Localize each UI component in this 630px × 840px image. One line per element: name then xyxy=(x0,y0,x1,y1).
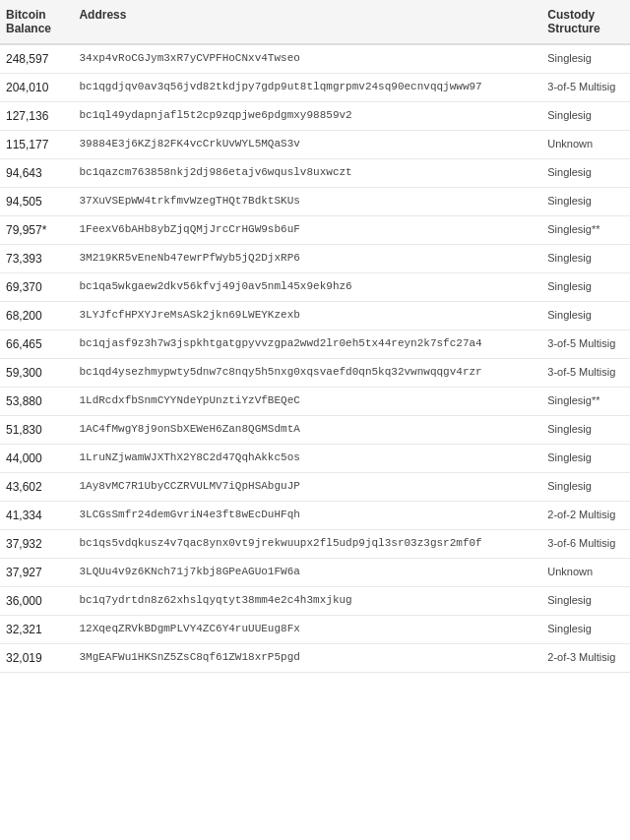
header-balance: Bitcoin Balance xyxy=(0,0,73,44)
cell-balance: 36,000 xyxy=(0,587,73,616)
cell-custody: Unknown xyxy=(541,131,630,159)
cell-balance: 248,597 xyxy=(0,44,73,74)
cell-balance: 79,957* xyxy=(0,216,73,245)
cell-address: 3M219KR5vEneNb47ewrPfWyb5jQ2DjxRP6 xyxy=(73,245,541,273)
bitcoin-balances-table: Bitcoin Balance Address Custody Structur… xyxy=(0,0,630,673)
cell-address: bc1q7ydrtdn8z62xhslqyqtyt38mm4e2c4h3mxjk… xyxy=(73,587,541,616)
cell-balance: 51,830 xyxy=(0,416,73,445)
table-row: 79,957* 1FeexV6bAHb8ybZjqQMjJrcCrHGW9sb6… xyxy=(0,216,630,245)
cell-custody: 3-of-5 Multisig xyxy=(541,330,630,359)
cell-address: bc1qgdjqv0av3q56jvd82tkdjpy7gdp9ut8tlqmg… xyxy=(73,74,541,102)
table-row: 115,177 39884E3j6KZj82FK4vcCrkUvWYL5MQaS… xyxy=(0,131,630,159)
cell-address: bc1qd4ysezhmypwty5dnw7c8nqy5h5nxg0xqsvae… xyxy=(73,359,541,388)
cell-address: 1FeexV6bAHb8ybZjqQMjJrcCrHGW9sb6uF xyxy=(73,216,541,245)
table-row: 32,321 12XqeqZRVkBDgmPLVY4ZC6Y4ruUUEug8F… xyxy=(0,616,630,644)
table-row: 94,643 bc1qazcm763858nkj2dj986etajv6wqus… xyxy=(0,159,630,188)
cell-balance: 94,505 xyxy=(0,188,73,216)
cell-balance: 37,927 xyxy=(0,559,73,587)
cell-custody: Unknown xyxy=(541,559,630,587)
table-row: 37,927 3LQUu4v9z6KNch71j7kbj8GPeAGUo1FW6… xyxy=(0,559,630,587)
cell-balance: 44,000 xyxy=(0,445,73,473)
cell-balance: 94,643 xyxy=(0,159,73,188)
cell-address: bc1qazcm763858nkj2dj986etajv6wquslv8uxwc… xyxy=(73,159,541,188)
cell-balance: 68,200 xyxy=(0,302,73,330)
cell-balance: 204,010 xyxy=(0,74,73,102)
cell-custody: Singlesig xyxy=(541,473,630,502)
table-row: 43,602 1Ay8vMC7R1UbyCCZRVULMV7iQpHSAbguJ… xyxy=(0,473,630,502)
table-row: 66,465 bc1qjasf9z3h7w3jspkhtgatgpyvvzgpa… xyxy=(0,330,630,359)
cell-address: 1LruNZjwamWJXThX2Y8C2d47QqhAkkc5os xyxy=(73,445,541,473)
cell-custody: Singlesig xyxy=(541,102,630,131)
cell-custody: Singlesig xyxy=(541,416,630,445)
header-custody: Custody Structure xyxy=(541,0,630,44)
cell-custody: Singlesig xyxy=(541,445,630,473)
table-row: 59,300 bc1qd4ysezhmypwty5dnw7c8nqy5h5nxg… xyxy=(0,359,630,388)
cell-address: 12XqeqZRVkBDgmPLVY4ZC6Y4ruUUEug8Fx xyxy=(73,616,541,644)
cell-address: 3LCGsSmfr24demGvriN4e3ft8wEcDuHFqh xyxy=(73,502,541,530)
table-row: 53,880 1LdRcdxfbSnmCYYNdeYpUnztiYzVfBEQe… xyxy=(0,388,630,416)
cell-custody: Singlesig** xyxy=(541,388,630,416)
table-row: 248,597 34xp4vRoCGJym3xR7yCVPFHoCNxv4Tws… xyxy=(0,44,630,74)
cell-balance: 32,321 xyxy=(0,616,73,644)
cell-balance: 69,370 xyxy=(0,273,73,302)
table-row: 73,393 3M219KR5vEneNb47ewrPfWyb5jQ2DjxRP… xyxy=(0,245,630,273)
table-row: 204,010 bc1qgdjqv0av3q56jvd82tkdjpy7gdp9… xyxy=(0,74,630,102)
cell-custody: 2-of-2 Multisig xyxy=(541,502,630,530)
cell-custody: Singlesig xyxy=(541,159,630,188)
cell-custody: Singlesig xyxy=(541,44,630,74)
cell-custody: Singlesig xyxy=(541,587,630,616)
cell-balance: 59,300 xyxy=(0,359,73,388)
cell-balance: 115,177 xyxy=(0,131,73,159)
cell-address: 1Ay8vMC7R1UbyCCZRVULMV7iQpHSAbguJP xyxy=(73,473,541,502)
cell-balance: 41,334 xyxy=(0,502,73,530)
table-row: 127,136 bc1ql49ydapnjafl5t2cp9zqpjwe6pdg… xyxy=(0,102,630,131)
cell-custody: 3-of-6 Multisig xyxy=(541,530,630,559)
table-row: 94,505 37XuVSEpWW4trkfmvWzegTHQt7BdktSKU… xyxy=(0,188,630,216)
cell-address: bc1qs5vdqkusz4v7qac8ynx0vt9jrekwuupx2fl5… xyxy=(73,530,541,559)
table-row: 44,000 1LruNZjwamWJXThX2Y8C2d47QqhAkkc5o… xyxy=(0,445,630,473)
cell-balance: 32,019 xyxy=(0,644,73,673)
cell-address: 37XuVSEpWW4trkfmvWzegTHQt7BdktSKUs xyxy=(73,188,541,216)
cell-balance: 53,880 xyxy=(0,388,73,416)
cell-address: 1LdRcdxfbSnmCYYNdeYpUnztiYzVfBEQeC xyxy=(73,388,541,416)
cell-custody: Singlesig xyxy=(541,245,630,273)
table-row: 51,830 1AC4fMwgY8j9onSbXEWeH6Zan8QGMSdmt… xyxy=(0,416,630,445)
cell-address: 34xp4vRoCGJym3xR7yCVPFHoCNxv4Twseo xyxy=(73,44,541,74)
cell-balance: 37,932 xyxy=(0,530,73,559)
table-row: 68,200 3LYJfcfHPXYJreMsASk2jkn69LWEYKzex… xyxy=(0,302,630,330)
cell-custody: 2-of-3 Multisig xyxy=(541,644,630,673)
cell-custody: Singlesig** xyxy=(541,216,630,245)
cell-balance: 127,136 xyxy=(0,102,73,131)
cell-custody: Singlesig xyxy=(541,616,630,644)
cell-custody: 3-of-5 Multisig xyxy=(541,74,630,102)
cell-custody: Singlesig xyxy=(541,188,630,216)
header-address: Address xyxy=(73,0,541,44)
cell-balance: 66,465 xyxy=(0,330,73,359)
cell-address: 39884E3j6KZj82FK4vcCrkUvWYL5MQaS3v xyxy=(73,131,541,159)
cell-custody: 3-of-5 Multisig xyxy=(541,359,630,388)
cell-custody: Singlesig xyxy=(541,302,630,330)
cell-address: 3LYJfcfHPXYJreMsASk2jkn69LWEYKzexb xyxy=(73,302,541,330)
cell-address: 1AC4fMwgY8j9onSbXEWeH6Zan8QGMSdmtA xyxy=(73,416,541,445)
cell-address: bc1qa5wkgaew2dkv56kfvj49j0av5nml45x9ek9h… xyxy=(73,273,541,302)
cell-balance: 43,602 xyxy=(0,473,73,502)
table-row: 69,370 bc1qa5wkgaew2dkv56kfvj49j0av5nml4… xyxy=(0,273,630,302)
cell-address: bc1qjasf9z3h7w3jspkhtgatgpyvvzgpa2wwd2lr… xyxy=(73,330,541,359)
cell-address: bc1ql49ydapnjafl5t2cp9zqpjwe6pdgmxy98859… xyxy=(73,102,541,131)
cell-address: 3LQUu4v9z6KNch71j7kbj8GPeAGUo1FW6a xyxy=(73,559,541,587)
table-row: 41,334 3LCGsSmfr24demGvriN4e3ft8wEcDuHFq… xyxy=(0,502,630,530)
cell-balance: 73,393 xyxy=(0,245,73,273)
cell-address: 3MgEAFWu1HKSnZ5ZsC8qf61ZW18xrP5pgd xyxy=(73,644,541,673)
table-row: 36,000 bc1q7ydrtdn8z62xhslqyqtyt38mm4e2c… xyxy=(0,587,630,616)
table-row: 32,019 3MgEAFWu1HKSnZ5ZsC8qf61ZW18xrP5pg… xyxy=(0,644,630,673)
table-row: 37,932 bc1qs5vdqkusz4v7qac8ynx0vt9jrekwu… xyxy=(0,530,630,559)
cell-custody: Singlesig xyxy=(541,273,630,302)
